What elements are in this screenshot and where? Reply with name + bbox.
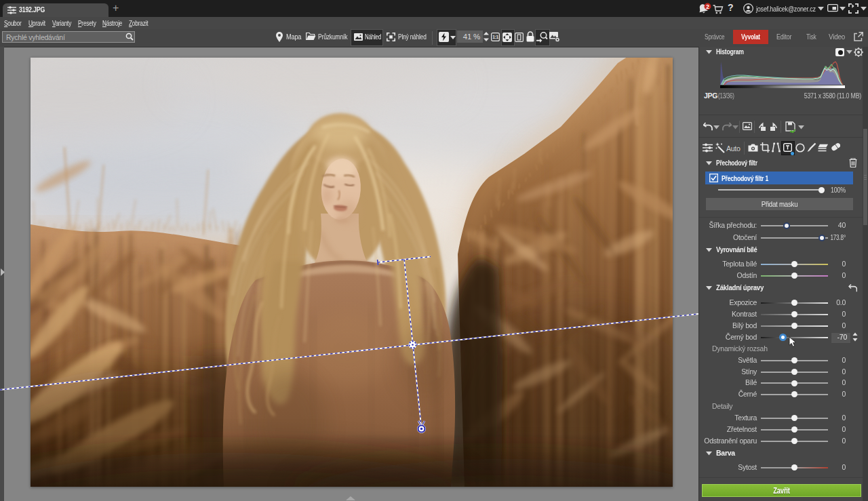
svg-text:1:1: 1:1 — [492, 35, 498, 39]
svg-text:2: 2 — [706, 3, 709, 10]
